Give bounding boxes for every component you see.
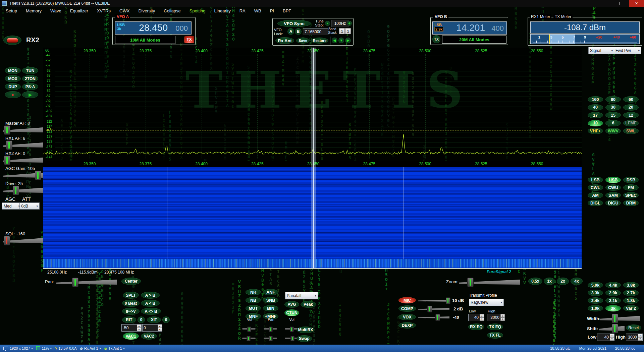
rit-button[interactable]: RIT [122, 316, 136, 323]
menu-item-collapse[interactable]: Collapse [159, 8, 185, 14]
band-button-vhf+[interactable]: VHF+ [588, 128, 603, 134]
split-button[interactable]: SPLT [123, 292, 139, 299]
rx1-af-slider[interactable] [3, 140, 43, 149]
tx-filter-button[interactable]: TX FL [487, 332, 503, 339]
band-stack-1-button[interactable]: 1 [339, 28, 345, 34]
rx-eq-button[interactable]: RX EQ [468, 324, 484, 330]
xit-offset-spinner[interactable]: 0▲▼ [142, 324, 162, 332]
band-button-12[interactable]: 12 [623, 112, 639, 118]
dsp-button-nb[interactable]: NB [246, 297, 261, 303]
band-next-button[interactable]: ▶ [345, 38, 351, 43]
mon-button[interactable]: MON [5, 67, 21, 74]
band-button-80[interactable]: 80 [605, 96, 621, 103]
rx-ant-button[interactable]: Rx Ant [275, 37, 294, 44]
dsp-button-snb[interactable]: SNB [263, 297, 278, 303]
band-prev-button[interactable]: ◀ [332, 38, 337, 43]
dsp-button-anf[interactable]: ANF [263, 289, 278, 295]
multirx-button[interactable]: MultiRX [297, 327, 315, 333]
filter-width-slider[interactable] [600, 314, 640, 322]
filter-shift-slider[interactable] [599, 324, 625, 333]
close-button[interactable]: ✕ [629, 0, 644, 7]
vfo-lock-a-button[interactable]: A [287, 28, 294, 35]
collapse-menu-button[interactable] [3, 36, 21, 45]
panadapter-display[interactable]: 60 THETIS -47-52-57-62-67-72-77-82-87-92… [43, 48, 582, 276]
vac1-button[interactable]: VAC1 [123, 333, 139, 340]
vfo-b-frequency-display[interactable]: LSB 2.9k 14.201 400 [432, 21, 507, 35]
ps-a-button[interactable]: PS-A [22, 83, 38, 90]
drive-slider[interactable] [3, 186, 43, 194]
mic-button[interactable]: MIC [398, 297, 416, 303]
zoom-slider[interactable] [459, 278, 520, 286]
filter-button-2.1k[interactable]: 2.1k [605, 297, 621, 304]
resolution-item[interactable]: 1920 x 1027▾ [3, 346, 33, 350]
swap-button[interactable]: Swap [297, 335, 312, 342]
play-button[interactable]: ▶ [22, 91, 38, 98]
filter-button-3k[interactable]: 3k [605, 305, 621, 311]
band-down-button[interactable]: ▼ [338, 38, 344, 43]
frequency-entry-field[interactable]: 7.165000 [303, 28, 328, 35]
filter-high-spinner[interactable]: 3000▲▼ [626, 334, 643, 341]
dexp-button[interactable]: DEXP [398, 322, 416, 329]
a-swap-b-button[interactable]: A <> B [141, 308, 161, 315]
tx-meter-select[interactable]: Fwd Pwr▾ [614, 47, 641, 54]
record-button[interactable]: ● [5, 91, 21, 98]
band-button-10[interactable]: 10 [588, 120, 603, 126]
dsp-button-nr[interactable]: NR [246, 289, 261, 295]
sql-slider[interactable] [3, 236, 43, 245]
b-to-a-button[interactable]: A < B [141, 300, 160, 307]
tx-low-spinner[interactable]: 40▲▼ [468, 314, 484, 321]
vfo-lock-b-button[interactable]: B [295, 28, 302, 35]
menu-item-setup[interactable]: Setup [1, 8, 21, 14]
mode-button-cwl[interactable]: CWL [588, 184, 603, 191]
menu-item-equalizer[interactable]: Equalizer [66, 8, 93, 14]
tx-antenna-item[interactable]: ψTx Ant 1▾ [104, 346, 125, 350]
filter-button-3.8k[interactable]: 3.8k [623, 282, 639, 288]
dsp-button-mut[interactable]: MUT [246, 305, 261, 311]
spinner-buttons[interactable]: ▲▼ [137, 325, 141, 331]
band-button-6[interactable]: 6 [605, 120, 621, 126]
maximize-button[interactable] [614, 0, 629, 7]
audio-mini-slider[interactable] [264, 336, 277, 341]
restore-button[interactable]: Restore [311, 38, 328, 44]
audio-mini-slider[interactable] [264, 327, 277, 331]
spinner-buttons[interactable]: ▲▼ [480, 314, 484, 321]
master-af-slider[interactable] [3, 125, 43, 134]
mox-button[interactable]: MOX [5, 75, 21, 82]
mode-button-drm[interactable]: DRM [623, 200, 639, 206]
vfo-b-tx-button[interactable]: TX [432, 35, 440, 43]
band-button-15[interactable]: 15 [605, 112, 621, 118]
rx-meter-select[interactable]: Signal▾ [588, 47, 614, 54]
menu-item-cwx[interactable]: CWX [115, 8, 134, 14]
rit-offset-spinner[interactable]: -50▲▼ [121, 324, 142, 332]
mode-button-digu[interactable]: DIGU [605, 200, 621, 206]
filter-low-spinner[interactable]: 40▲▼ [597, 334, 614, 341]
comp-slider[interactable] [418, 306, 449, 312]
tun-button[interactable]: TUN [22, 67, 38, 74]
zoom-2x-button[interactable]: 2x [557, 278, 569, 285]
tune-step-down-button[interactable]: - [325, 21, 330, 26]
vfo-a-tx-button[interactable]: TX [184, 36, 194, 43]
menu-item-spotting[interactable]: Spotting [185, 8, 210, 14]
vox-button[interactable]: VOX [398, 314, 416, 320]
filter-button-2.4k[interactable]: 2.4k [588, 297, 603, 304]
menu-item-diversity[interactable]: Diversity [134, 8, 159, 14]
avg-button[interactable]: AVG [284, 301, 299, 308]
spinner-buttons[interactable]: ▲▼ [610, 334, 614, 341]
band-button-20[interactable]: 20 [623, 104, 639, 111]
band-button-40[interactable]: 40 [588, 104, 603, 111]
zoom-1x-button[interactable]: 1x [544, 278, 555, 285]
band-button-160[interactable]: 160 [588, 96, 603, 103]
center-button[interactable]: Center [121, 278, 141, 285]
menu-item-wb[interactable]: WB [250, 8, 266, 14]
audio-mini-slider[interactable] [242, 336, 256, 341]
band-button-swl[interactable]: SWL [623, 128, 639, 134]
mode-button-cwu[interactable]: CWU [605, 184, 621, 191]
shift-reset-button[interactable]: Reset [626, 325, 641, 331]
att-select[interactable]: 0dB▾ [19, 202, 40, 210]
rx2-af-slider[interactable] [3, 156, 43, 164]
mic-gain-slider[interactable] [418, 297, 449, 303]
dup-button[interactable]: DUP [5, 83, 21, 90]
mode-button-am[interactable]: AM [588, 192, 603, 198]
band-button-wwv[interactable]: WWV [605, 128, 621, 134]
if-to-vfo-button[interactable]: IF->V [122, 308, 140, 315]
